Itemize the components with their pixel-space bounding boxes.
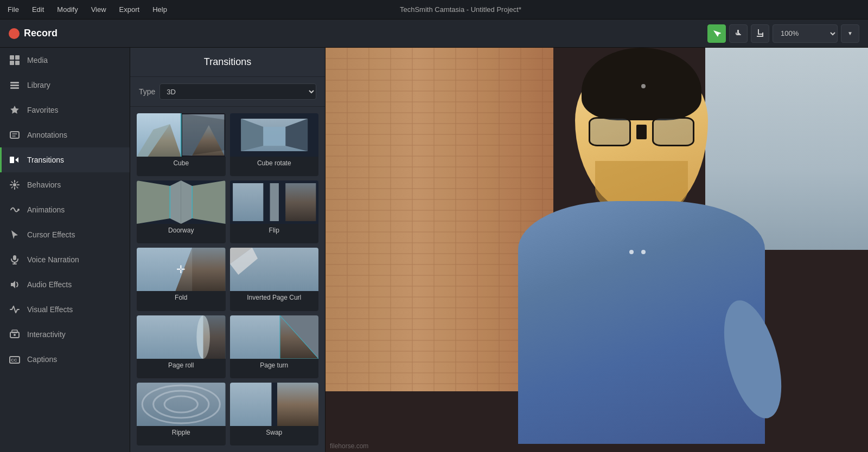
menu-export[interactable]: Export (118, 3, 141, 16)
svg-rect-11 (13, 255, 16, 260)
sidebar-label-interactivity: Interactivity (27, 330, 66, 339)
sidebar-item-behaviors[interactable]: Behaviors (0, 172, 130, 197)
svg-point-9 (13, 183, 16, 186)
svg-rect-54 (203, 315, 226, 359)
menu-help[interactable]: Help (151, 3, 168, 16)
sidebar-item-animations[interactable]: Animations (0, 197, 130, 222)
transition-doorway-thumb (137, 180, 226, 224)
svg-marker-26 (181, 113, 226, 157)
filter-label: Type (139, 87, 155, 96)
sidebar-item-annotations[interactable]: Annotations (0, 122, 130, 147)
toolbar: Record 100% 50% 75% 125% 150% 200% ▼ (0, 20, 868, 48)
svg-rect-56 (230, 315, 280, 359)
transition-swap-label: Swap (230, 426, 319, 440)
svg-rect-67 (277, 383, 318, 426)
svg-rect-0 (10, 55, 14, 60)
transition-swap[interactable]: Swap (230, 383, 319, 445)
sidebar-label-captions: Captions (27, 355, 57, 364)
transition-page-roll[interactable]: Page roll (137, 315, 226, 378)
transition-doorway-label: Doorway (137, 224, 226, 237)
handle-dot-right (641, 250, 646, 254)
svg-point-16 (14, 334, 16, 336)
svg-rect-1 (15, 55, 20, 60)
sidebar-item-favorites[interactable]: Favorites (0, 98, 130, 122)
sidebar-label-visual-effects: Visual Effects (27, 305, 73, 314)
type-filter-select[interactable]: 3D All 2D Favorites (159, 83, 316, 100)
hand-tool[interactable] (729, 24, 748, 43)
preview-video (326, 48, 868, 452)
svg-marker-31 (263, 127, 285, 146)
svg-rect-15 (12, 330, 17, 333)
transitions-panel: Transitions Type 3D All 2D Favorites (130, 48, 326, 452)
transition-ripple[interactable]: Ripple (137, 383, 226, 445)
transition-inverted-page-curl-label: Inverted Page Curl (230, 291, 319, 305)
canvas-handles (629, 250, 646, 254)
crop-tool[interactable] (751, 24, 769, 43)
transition-ripple-label: Ripple (137, 426, 226, 440)
transition-cube-rotate-label: Cube rotate (230, 157, 319, 170)
svg-marker-34 (170, 180, 181, 224)
transition-page-roll-thumb (137, 315, 226, 359)
sidebar-item-cursor-effects[interactable]: Cursor Effects (0, 222, 130, 247)
menu-modify[interactable]: Modify (56, 3, 79, 16)
transition-page-turn[interactable]: Page turn (230, 315, 319, 378)
transition-inverted-page-curl-thumb (230, 248, 319, 291)
sidebar-item-transitions[interactable]: Transitions (0, 147, 130, 172)
handle-dot-left (629, 250, 634, 254)
transition-fold[interactable]: ✛ Fold (137, 248, 226, 311)
transition-flip[interactable]: Flip (230, 180, 319, 243)
sidebar-label-favorites: Favorites (27, 106, 59, 114)
zoom-select[interactable]: 100% 50% 75% 125% 150% 200% (773, 24, 838, 43)
record-label: Record (24, 28, 58, 39)
svg-text:CC: CC (11, 358, 17, 363)
svg-rect-41 (270, 183, 278, 221)
person-arm (713, 294, 792, 424)
behaviors-icon (9, 179, 21, 191)
person-glasses (589, 117, 695, 146)
sidebar-item-voice-narration[interactable]: Voice Narration (0, 247, 130, 272)
audio-icon (9, 279, 21, 290)
sidebar-item-interactivity[interactable]: Interactivity (0, 322, 130, 347)
pointer-tool[interactable] (707, 24, 726, 43)
transition-fold-label: Fold (137, 291, 226, 305)
sidebar-item-media[interactable]: Media (0, 48, 130, 73)
media-icon (9, 54, 21, 66)
svg-marker-35 (181, 180, 192, 224)
menu-view[interactable]: View (90, 3, 107, 16)
captions-icon: CC (9, 353, 21, 365)
transition-flip-label: Flip (230, 224, 319, 237)
svg-rect-68 (271, 383, 277, 426)
panel-filter: Type 3D All 2D Favorites (130, 77, 325, 107)
transitions-grid: Cube Cube rotate (130, 107, 325, 452)
sidebar-item-library[interactable]: Library (0, 73, 130, 98)
visual-effects-icon (9, 304, 21, 315)
sidebar-label-cursor-effects: Cursor Effects (27, 230, 75, 239)
transition-inverted-page-curl[interactable]: Inverted Page Curl (230, 248, 319, 311)
transition-page-turn-label: Page turn (230, 359, 319, 372)
sidebar-item-audio-effects[interactable]: Audio Effects (0, 272, 130, 297)
menu-file[interactable]: File (7, 3, 20, 16)
menu-edit[interactable]: Edit (31, 3, 45, 16)
svg-rect-61 (137, 383, 226, 426)
zoom-dropdown-arrow[interactable]: ▼ (841, 24, 859, 43)
transition-cube-thumb (137, 113, 226, 157)
sidebar-label-animations: Animations (27, 205, 65, 214)
main-content: Media Library Favorites (0, 48, 868, 452)
transition-cube-rotate[interactable]: Cube rotate (230, 113, 319, 176)
transition-cube[interactable]: Cube (137, 113, 226, 176)
transition-cube-rotate-thumb (230, 113, 319, 157)
svg-rect-40 (233, 183, 263, 221)
sidebar-item-captions[interactable]: CC Captions (0, 347, 130, 372)
transition-swap-thumb (230, 383, 319, 426)
favorites-icon (9, 104, 21, 116)
sidebar: Media Library Favorites (0, 48, 130, 452)
svg-rect-6 (10, 82, 19, 83)
record-button[interactable]: Record (9, 28, 58, 39)
transition-ripple-thumb (137, 383, 226, 426)
annotations-icon (9, 129, 21, 141)
svg-rect-7 (10, 132, 19, 138)
sidebar-item-visual-effects[interactable]: Visual Effects (0, 297, 130, 322)
svg-point-10 (17, 209, 20, 211)
transition-doorway[interactable]: Doorway (137, 180, 226, 243)
sidebar-label-audio-effects: Audio Effects (27, 280, 72, 289)
